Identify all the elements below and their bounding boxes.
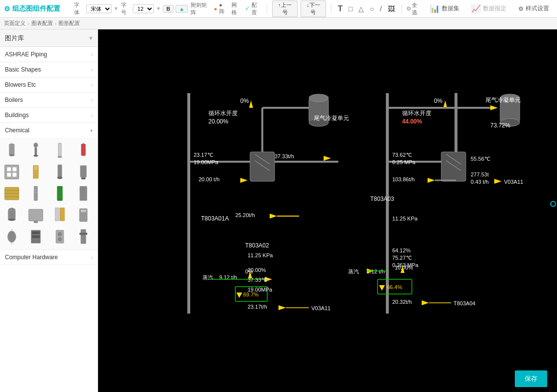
chem-icon-7[interactable] bbox=[50, 162, 70, 182]
category-buildings: Buildings › bbox=[0, 108, 98, 123]
svg-marker-71 bbox=[249, 100, 253, 108]
chem-icon-13[interactable] bbox=[2, 205, 22, 225]
bold-btn[interactable]: B bbox=[163, 5, 174, 13]
svg-rect-16 bbox=[13, 173, 17, 177]
svg-marker-145 bbox=[422, 300, 429, 305]
svg-text:73.62℃: 73.62℃ bbox=[392, 152, 412, 158]
svg-rect-20 bbox=[57, 165, 62, 178]
data-collect-btn[interactable]: 📊 数据集 bbox=[426, 3, 463, 14]
chem-icon-1[interactable] bbox=[2, 141, 22, 160]
chem-icon-15[interactable] bbox=[50, 205, 70, 225]
chem-icon-10[interactable] bbox=[26, 184, 46, 203]
triangle-tool[interactable]: △ bbox=[357, 4, 365, 13]
breadcrumb-item-1[interactable]: 页面定义 bbox=[4, 20, 25, 27]
svg-text:T803A04: T803A04 bbox=[454, 300, 476, 306]
svg-text:19.00MPa: 19.00MPa bbox=[194, 159, 219, 165]
svg-rect-56 bbox=[81, 229, 86, 244]
svg-rect-15 bbox=[7, 173, 11, 177]
svg-rect-22 bbox=[80, 166, 87, 177]
svg-text:蒸汽: 蒸汽 bbox=[348, 269, 359, 274]
svg-text:0%: 0% bbox=[434, 98, 443, 104]
breadcrumb-item-3[interactable]: 图形配置 bbox=[58, 20, 80, 27]
data-verify-btn[interactable]: 📈 数据报定 bbox=[467, 3, 510, 14]
category-basic-header[interactable]: Basic Shapes › bbox=[0, 62, 98, 77]
scroll-indicator[interactable] bbox=[550, 201, 556, 207]
svg-rect-44 bbox=[60, 208, 65, 221]
svg-rect-23 bbox=[81, 177, 86, 179]
svg-rect-18 bbox=[34, 167, 37, 168]
svg-point-6 bbox=[33, 155, 38, 157]
chem-icon-3[interactable] bbox=[50, 141, 70, 160]
svg-point-2 bbox=[9, 154, 15, 156]
chem-icon-11[interactable] bbox=[50, 184, 70, 203]
text-tool[interactable]: T bbox=[336, 4, 344, 14]
sidebar-header: 图片库 ▾ bbox=[0, 29, 98, 47]
chart-icon: 📊 bbox=[430, 4, 440, 13]
svg-text:11.25 KPa: 11.25 KPa bbox=[392, 216, 418, 221]
style-settings-btn[interactable]: ⚙ 样式设置 bbox=[514, 3, 553, 14]
svg-text:V03A11: V03A11 bbox=[504, 179, 523, 185]
chem-icon-17[interactable] bbox=[2, 227, 22, 246]
app-title: ⚙ 组态图组件配置 bbox=[4, 4, 60, 13]
up-btn[interactable]: ↑上一号 bbox=[272, 0, 298, 17]
select-all[interactable]: ⊙ 全选 bbox=[406, 1, 422, 16]
save-button[interactable]: 保存 bbox=[515, 370, 547, 387]
chem-icon-4[interactable] bbox=[74, 141, 93, 160]
svg-rect-52 bbox=[32, 235, 40, 238]
svg-text:20.00 t/h: 20.00 t/h bbox=[199, 176, 220, 182]
category-boilers-header[interactable]: Boilers › bbox=[0, 93, 98, 107]
svg-rect-5 bbox=[35, 148, 37, 156]
chem-icon-12[interactable] bbox=[74, 184, 93, 203]
line-tool[interactable]: / bbox=[379, 4, 383, 13]
font-select[interactable]: 宋体 bbox=[86, 4, 112, 13]
category-ashrae-header[interactable]: ASHRAE Piping › bbox=[0, 47, 98, 62]
svg-text:277.53t: 277.53t bbox=[471, 172, 489, 177]
down-btn[interactable]: ↓下一号 bbox=[301, 0, 326, 17]
svg-marker-99 bbox=[278, 305, 286, 310]
svg-text:尾气冷凝单元: 尾气冷凝单元 bbox=[485, 97, 521, 103]
breadcrumb-item-2[interactable]: 图表配置 bbox=[31, 20, 53, 27]
svg-rect-13 bbox=[7, 167, 11, 171]
chem-icon-5[interactable] bbox=[2, 162, 22, 182]
chem-icon-16[interactable] bbox=[74, 205, 93, 225]
chem-icon-20[interactable] bbox=[74, 227, 93, 246]
chevron-down-icon2: ▾ bbox=[90, 128, 93, 133]
category-blowers-header[interactable]: Blowers Etc › bbox=[0, 77, 98, 92]
chart2-icon: 📈 bbox=[471, 4, 481, 13]
svg-rect-60 bbox=[250, 152, 275, 181]
svg-rect-43 bbox=[55, 208, 59, 221]
image-tool[interactable]: 🖼 bbox=[386, 4, 396, 13]
chem-icon-8[interactable] bbox=[74, 162, 93, 182]
svg-rect-1 bbox=[9, 145, 15, 155]
header-right: 📊 数据集 📈 数据报定 ⚙ 样式设置 bbox=[426, 3, 553, 14]
category-computer: Computer Hardware › bbox=[0, 250, 98, 265]
category-boilers: Boilers › bbox=[0, 93, 98, 108]
chem-icon-6[interactable] bbox=[26, 162, 46, 182]
circle-tool[interactable]: ○ bbox=[368, 4, 375, 13]
svg-text:55.56℃: 55.56℃ bbox=[471, 156, 490, 162]
category-chemical-header[interactable]: Chemical ▾ bbox=[0, 123, 98, 138]
svg-text:循环水开度: 循环水开度 bbox=[402, 110, 431, 117]
svg-text:20.00%: 20.00% bbox=[248, 267, 266, 273]
category-buildings-header[interactable]: Buildings › bbox=[0, 108, 98, 122]
category-basic: Basic Shapes › bbox=[0, 62, 98, 77]
chem-icon-14[interactable] bbox=[26, 205, 46, 225]
chevron-right-icon3: › bbox=[91, 82, 93, 88]
toolbar: 字体 宋体 ▼ 字号 12 ▼ B ▲ 附则矩阵 ● ●阵 网格 ✓ 配置 ↑上… bbox=[74, 0, 422, 17]
chem-icon-2[interactable] bbox=[26, 141, 46, 160]
svg-text:23.17℃: 23.17℃ bbox=[194, 152, 213, 158]
category-computer-header[interactable]: Computer Hardware › bbox=[0, 250, 98, 265]
svg-text:20.00%: 20.00% bbox=[208, 118, 228, 125]
svg-text:0%: 0% bbox=[240, 98, 249, 104]
svg-rect-12 bbox=[5, 165, 19, 179]
svg-text:19.00MPa: 19.00MPa bbox=[248, 287, 273, 293]
svg-marker-112 bbox=[490, 105, 498, 110]
italic-btn[interactable]: ▲ bbox=[176, 5, 188, 13]
chem-icon-18[interactable] bbox=[26, 227, 46, 246]
chem-icon-9[interactable] bbox=[2, 184, 22, 203]
canvas-area[interactable]: 0% 循环水开度 20.00% 23.17℃ 19.00MPa 20.00 t/… bbox=[98, 29, 557, 392]
category-blowers: Blowers Etc › bbox=[0, 77, 98, 93]
rect-tool[interactable]: □ bbox=[347, 4, 354, 13]
font-size-select[interactable]: 12 bbox=[133, 4, 154, 13]
chem-icon-19[interactable] bbox=[50, 227, 70, 246]
